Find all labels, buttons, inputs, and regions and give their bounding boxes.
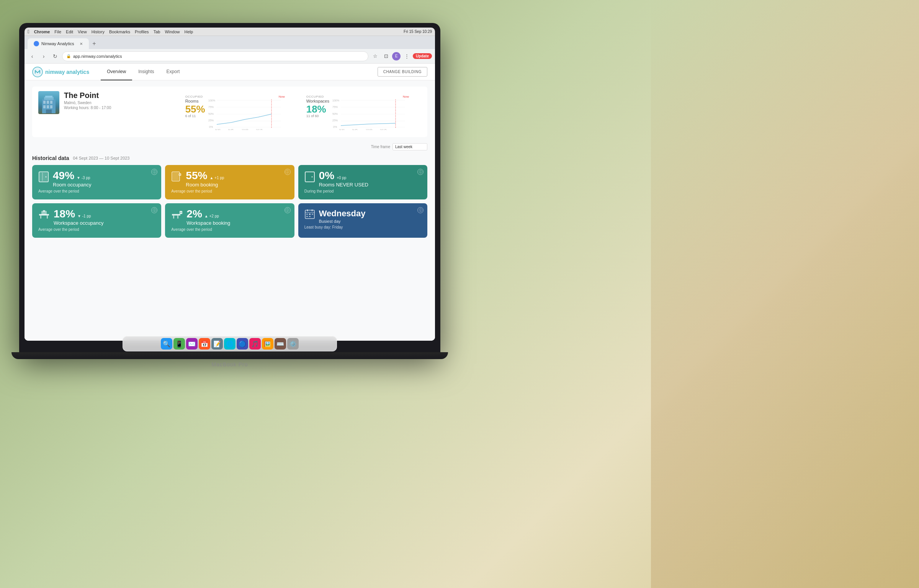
extensions-icon[interactable]: ⊡ xyxy=(381,52,391,61)
rooms-never-used-card: ⓘ 0% +0 pp xyxy=(298,165,427,199)
svg-rect-71 xyxy=(309,216,311,217)
room-occupancy-card: ⓘ xyxy=(32,165,161,199)
dock-settings-icon[interactable]: ⚙️ xyxy=(287,338,299,350)
apple-logo-icon:  xyxy=(28,29,29,34)
svg-text:10:15: 10:15 xyxy=(256,129,263,130)
svg-rect-7 xyxy=(43,105,46,108)
dock-photos-icon[interactable]: 🖼️ xyxy=(262,338,273,350)
dock-calendar-icon[interactable]: 📅 xyxy=(199,338,210,350)
svg-point-51 xyxy=(311,176,312,178)
dock-safari-icon[interactable]: 🌐 xyxy=(224,338,235,350)
svg-point-43 xyxy=(46,176,47,178)
workspace-booking-info-btn[interactable]: ⓘ xyxy=(285,207,291,213)
menu-view[interactable]: View xyxy=(78,29,87,34)
address-bar[interactable]: 🔒 app.nimway.com/analytics xyxy=(62,51,368,61)
svg-rect-65 xyxy=(307,209,308,211)
screen-bezel:  Chrome File Edit View History Bookmark… xyxy=(25,28,435,341)
dock-chrome-icon[interactable]: 🔵 xyxy=(237,338,248,350)
svg-point-0 xyxy=(33,67,43,77)
workspace-booking-change: ▲ +2 pp xyxy=(204,214,219,218)
svg-text:50%: 50% xyxy=(332,113,338,115)
tab-close-btn[interactable]: ✕ xyxy=(80,42,83,46)
room-occupancy-values: 49% ▼ -3 pp Room occupancy xyxy=(53,170,91,188)
menu-edit[interactable]: Edit xyxy=(66,29,73,34)
chrome-tab-active[interactable]: Nimway Analytics ✕ xyxy=(28,38,89,49)
door-booking-icon xyxy=(171,170,182,183)
nav-tab-insights[interactable]: Insights xyxy=(132,64,160,80)
profile-avatar[interactable]: E xyxy=(392,52,401,60)
timeframe-row: Time frame Last week Last month Last 3 m… xyxy=(32,143,427,150)
room-occupancy-info-btn[interactable]: ⓘ xyxy=(151,169,157,175)
bookmark-icon[interactable]: ☆ xyxy=(371,52,380,61)
change-building-button[interactable]: CHANGE BUILDING xyxy=(378,67,427,77)
dock-finder-icon[interactable]: 🔍 xyxy=(161,338,172,350)
historical-section: Historical data 04 Sept 2023 — 10 Sept 2… xyxy=(32,155,427,238)
svg-rect-5 xyxy=(47,101,49,104)
app-body: The Point Malmö, Sweden Working hours: 8… xyxy=(25,80,435,341)
rooms-occupied-label: OCCUPIED xyxy=(185,95,205,98)
nav-tab-export[interactable]: Export xyxy=(160,64,186,80)
room-booking-header: 55% ▲ +1 pp Room booking xyxy=(171,170,288,188)
svg-rect-56 xyxy=(43,210,45,212)
app-content: nimway analytics Overview Insights Expor… xyxy=(25,64,435,341)
menu-tab[interactable]: Tab xyxy=(154,29,160,34)
menu-bookmarks[interactable]: Bookmarks xyxy=(109,29,130,34)
app-logo: nimway analytics xyxy=(32,67,89,77)
workspace-occupancy-values: 18% ▼ -1 pp Workspace occupancy xyxy=(54,209,104,226)
dock-mail-icon[interactable]: ✉️ xyxy=(186,338,198,350)
svg-rect-9 xyxy=(50,105,52,108)
rooms-never-used-sub: During the period xyxy=(304,189,421,193)
menu-chrome[interactable]: Chrome xyxy=(34,29,50,34)
new-tab-btn[interactable]: + xyxy=(89,38,100,49)
room-booking-percent: 55% xyxy=(186,170,207,181)
svg-text:9:30: 9:30 xyxy=(339,129,345,130)
three-dots-menu[interactable]: ⋮ xyxy=(402,52,411,61)
update-button[interactable]: Update xyxy=(413,53,432,59)
busiest-day-card: ⓘ xyxy=(298,203,427,238)
svg-rect-50 xyxy=(305,172,314,182)
nimway-logo-icon xyxy=(32,67,43,77)
menu-profiles[interactable]: Profiles xyxy=(135,29,149,34)
workspace-occupancy-header: 18% ▼ -1 pp Workspace occupancy xyxy=(38,209,155,226)
rooms-never-used-name: Rooms NEVER USED xyxy=(319,182,368,188)
svg-text:9:45: 9:45 xyxy=(228,129,234,130)
menu-help[interactable]: Help xyxy=(185,29,193,34)
busiest-day-label: Busiest day xyxy=(319,219,366,224)
svg-rect-67 xyxy=(306,214,308,215)
room-occupancy-sub: Average over the period xyxy=(38,189,155,193)
svg-rect-60 xyxy=(180,211,182,214)
room-booking-info-btn[interactable]: ⓘ xyxy=(285,169,291,175)
workspace-occupancy-percent: 18% xyxy=(54,209,75,219)
rooms-stat-left: OCCUPIED Rooms 55% 6 of 11 xyxy=(185,95,205,129)
svg-text:50%: 50% xyxy=(208,113,214,115)
rooms-label: Rooms xyxy=(185,99,205,103)
menu-history[interactable]: History xyxy=(92,29,105,34)
busiest-day-info-btn[interactable]: ⓘ xyxy=(417,207,424,213)
dock-music-icon[interactable]: 🎵 xyxy=(249,338,261,350)
live-stats-container: OCCUPIED Rooms 55% 6 of 11 Now xyxy=(181,91,421,132)
back-btn[interactable]: ‹ xyxy=(28,52,37,61)
chrome-window: Nimway Analytics ✕ + ‹ › ↻ 🔒 app.nimway.… xyxy=(25,36,435,341)
svg-text:25%: 25% xyxy=(332,119,338,122)
rooms-never-used-percent: 0% xyxy=(319,170,334,181)
reload-btn[interactable]: ↻ xyxy=(51,52,60,61)
rooms-never-used-info-btn[interactable]: ⓘ xyxy=(417,169,424,175)
busiest-day-values: Wednesday Busiest day xyxy=(319,209,366,224)
menubar-datetime: Fri 15 Sep 10:29 xyxy=(404,29,432,34)
forward-btn[interactable]: › xyxy=(39,52,48,61)
room-occupancy-change: ▼ -3 pp xyxy=(77,176,90,180)
nav-tab-overview[interactable]: Overview xyxy=(101,64,132,80)
rooms-live-card: OCCUPIED Rooms 55% 6 of 11 Now xyxy=(181,91,297,132)
workspace-occupancy-info-btn[interactable]: ⓘ xyxy=(151,207,157,213)
rooms-chart: Now 100% 75% 50% 25% 0% xyxy=(208,95,293,129)
timeframe-select[interactable]: Last week Last month Last 3 months xyxy=(392,143,427,150)
svg-text:100%: 100% xyxy=(208,100,215,102)
menu-file[interactable]: File xyxy=(54,29,61,34)
dock-terminal-icon[interactable]: ⌨️ xyxy=(275,338,286,350)
svg-rect-54 xyxy=(47,216,48,219)
dock-facetime-icon[interactable]: 📱 xyxy=(173,338,185,350)
menu-window[interactable]: Window xyxy=(165,29,180,34)
svg-text:75%: 75% xyxy=(332,106,338,108)
svg-rect-10 xyxy=(46,109,52,113)
dock-notes-icon[interactable]: 📝 xyxy=(211,338,223,350)
